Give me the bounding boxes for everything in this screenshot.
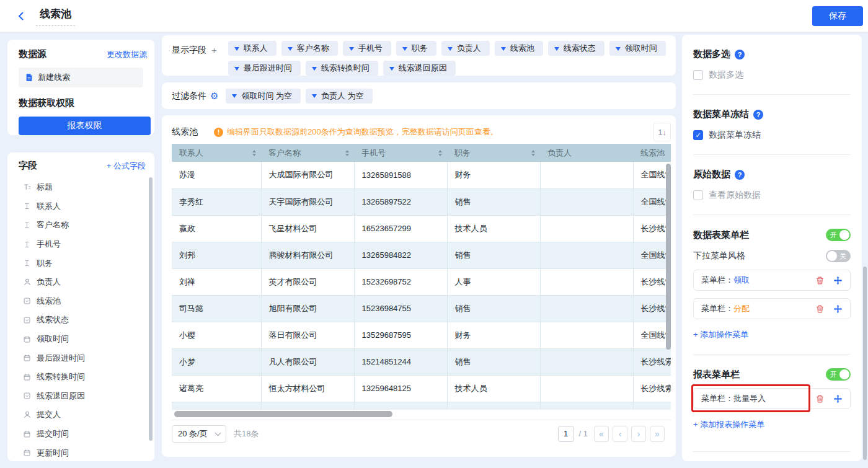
display-chip[interactable]: 线索池: [495, 41, 543, 56]
multi-select-checkbox[interactable]: [693, 70, 703, 80]
display-chip[interactable]: 线索退回原因: [383, 61, 456, 76]
report-menubar-toggle[interactable]: 开: [826, 368, 851, 381]
chip-label: 负责人: [457, 43, 481, 54]
field-item-contact[interactable]: 联系人: [19, 197, 154, 216]
help-icon[interactable]: ?: [753, 110, 763, 120]
display-chip[interactable]: 领取时间: [609, 41, 666, 56]
current-page-input[interactable]: 1: [558, 426, 574, 442]
date-field-icon: [22, 430, 32, 439]
filter-chip[interactable]: 负责人 为空: [306, 89, 373, 104]
field-item-return-reason[interactable]: 线索退回原因: [19, 387, 154, 406]
display-chip[interactable]: 职务: [396, 41, 436, 56]
chip-label: 手机号: [358, 43, 383, 54]
add-report-action-menu-link[interactable]: + 添加报表操作菜单: [693, 419, 851, 430]
right-panel-scrollbar[interactable]: [863, 267, 867, 460]
table-row[interactable]: 嬴政飞星材料公司16523657299技术人员长沙线索池: [172, 215, 671, 242]
toggle-off-label: 关: [839, 252, 846, 261]
field-item-pool[interactable]: 线索池: [19, 292, 154, 311]
table-row[interactable]: 诸葛亮恒太方材料公司13259648125技术人员长沙线索池: [172, 375, 671, 402]
field-item-customer[interactable]: 客户名称: [19, 216, 154, 235]
column-header-job[interactable]: 职务: [447, 144, 540, 162]
table-row[interactable]: 司马懿旭阳有限公司15236984755销售长沙线索池: [172, 295, 671, 322]
prev-page-button[interactable]: ‹: [613, 426, 627, 442]
delete-icon[interactable]: [815, 304, 825, 314]
field-item-last-follow[interactable]: 最后跟进时间: [19, 348, 154, 368]
column-header-contact[interactable]: 联系人: [172, 144, 261, 162]
table-row[interactable]: 刘邦腾骏材料有限公司13265984822销售全国线索池: [172, 242, 671, 268]
add-display-field-icon[interactable]: +: [211, 45, 217, 76]
field-label: 标题: [37, 182, 53, 193]
next-page-button[interactable]: ›: [631, 426, 646, 442]
column-header-owner[interactable]: 负责人: [540, 144, 633, 162]
field-item-phone[interactable]: 手机号: [19, 235, 154, 254]
fields-scrollbar[interactable]: [149, 177, 153, 441]
chip-label: 领取时间: [625, 43, 657, 54]
display-chip[interactable]: 线索状态: [548, 41, 604, 56]
field-item-claim-time[interactable]: 领取时间: [19, 330, 154, 349]
table-row[interactable]: 李秀红天宇国际有限公司13265897522销售全国线索池: [172, 188, 671, 215]
person-field-icon: [22, 278, 32, 287]
sort-icon[interactable]: [252, 148, 256, 158]
drag-move-icon[interactable]: [833, 275, 843, 285]
table-row[interactable]: 小梦凡人有限公司15214851244销售长沙线索池: [172, 348, 671, 375]
menu-freeze-checkbox[interactable]: ✓: [693, 130, 703, 140]
help-icon[interactable]: ?: [735, 50, 745, 60]
field-item-title[interactable]: 标题: [19, 178, 154, 197]
dropdown-style-toggle[interactable]: 关: [826, 250, 851, 262]
sort-order-button[interactable]: 1↓: [653, 123, 671, 141]
display-chip[interactable]: 客户名称: [281, 41, 338, 56]
display-chip[interactable]: 线索转换时间: [306, 61, 378, 76]
menu-item-assign[interactable]: 菜单栏：分配: [693, 298, 851, 319]
sort-icon[interactable]: [438, 148, 442, 158]
first-page-button[interactable]: «: [594, 426, 609, 442]
delete-icon[interactable]: [815, 275, 825, 285]
back-icon[interactable]: [15, 10, 27, 22]
table-row[interactable]: 小樱落日有限公司13529687595财务全国线索池: [172, 322, 671, 348]
column-header-customer[interactable]: 客户名称: [261, 144, 354, 162]
menu-item-claim[interactable]: 菜单栏：领取: [693, 270, 851, 291]
page-size-value: 20 条/页: [178, 428, 208, 439]
add-action-menu-link[interactable]: + 添加操作菜单: [693, 329, 851, 340]
field-item-owner[interactable]: 负责人: [19, 273, 154, 292]
gear-icon[interactable]: ⚙: [210, 91, 218, 102]
datasource-item[interactable]: 新建线索: [19, 68, 143, 87]
report-permission-button[interactable]: 报表权限: [19, 117, 151, 135]
field-item-submitter[interactable]: 提交人: [19, 405, 154, 425]
chevron-down-icon: [501, 47, 506, 53]
menu-item-batch-import[interactable]: 菜单栏：批量导入: [693, 388, 851, 409]
warning-icon: !: [214, 128, 223, 137]
delete-icon[interactable]: [815, 394, 825, 404]
drag-move-icon[interactable]: [833, 394, 843, 404]
help-icon[interactable]: ?: [735, 170, 745, 180]
drag-move-icon[interactable]: [833, 304, 843, 314]
display-chip[interactable]: 最后跟进时间: [228, 61, 301, 76]
display-chip[interactable]: 负责人: [441, 41, 490, 56]
display-chip[interactable]: 手机号: [343, 41, 391, 56]
table-row-partial[interactable]: [172, 402, 671, 410]
table-vertical-scrollbar[interactable]: [666, 164, 671, 350]
field-item-status[interactable]: 线索状态: [19, 311, 154, 330]
sort-icon[interactable]: [531, 148, 535, 158]
field-item-job[interactable]: 职务: [19, 254, 154, 273]
display-chip[interactable]: 联系人: [228, 41, 277, 56]
field-item-update-time[interactable]: 更新时间: [19, 443, 154, 461]
column-header-phone[interactable]: 手机号: [354, 144, 447, 162]
field-item-submit-time[interactable]: 提交时间: [19, 425, 154, 444]
sort-icon[interactable]: [345, 148, 349, 158]
filter-chip[interactable]: 领取时间 为空: [226, 89, 301, 104]
chevron-down-icon: [288, 47, 293, 53]
change-datasource-link[interactable]: 更改数据源: [107, 49, 147, 60]
raw-data-checkbox[interactable]: [693, 190, 703, 200]
table-menubar-toggle[interactable]: 开: [826, 229, 851, 241]
table-horizontal-scrollbar[interactable]: [174, 411, 392, 417]
table-row[interactable]: 苏漫大成国际有限公司13265891588财务全国线索池: [172, 162, 671, 188]
data-permission-title: 数据获取权限: [19, 97, 147, 109]
formula-field-link[interactable]: + 公式字段: [107, 161, 146, 172]
table-row[interactable]: 刘禅英才有限公司15232698752人事长沙线索池: [172, 268, 671, 295]
field-item-convert-time[interactable]: 线索转换时间: [19, 368, 154, 387]
page-size-select[interactable]: 20 条/页: [172, 425, 226, 443]
save-button[interactable]: 保存: [812, 6, 863, 26]
chevron-down-icon: [312, 67, 317, 73]
last-page-button[interactable]: »: [650, 426, 665, 442]
column-header-pool[interactable]: 线索池: [633, 144, 671, 162]
